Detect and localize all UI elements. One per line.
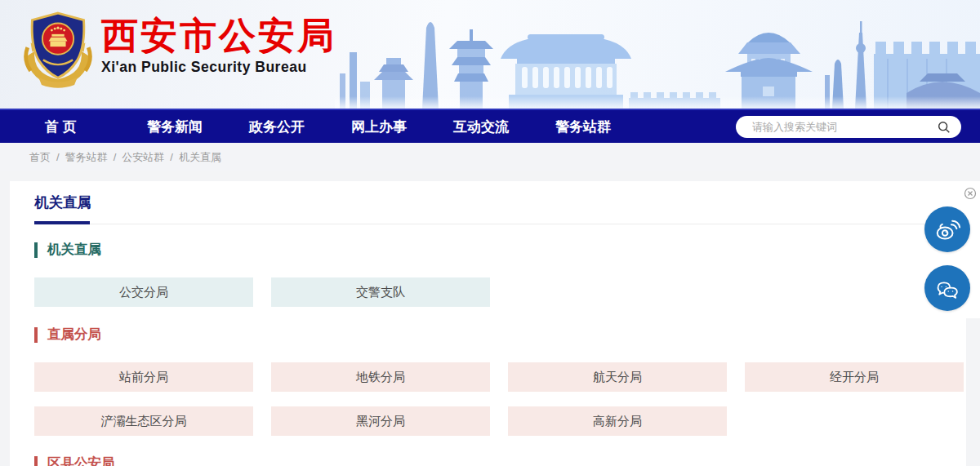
brand-block: 西安市公安局 Xi'an Public Security Bureau	[23, 7, 336, 91]
section-accent-bar	[34, 327, 38, 343]
section-grid: 站前分局地铁分局航天分局经开分局浐灞生态区分局黑河分局高新分局	[34, 362, 966, 436]
weibo-icon	[933, 215, 962, 244]
nav-item-1[interactable]: 警务新闻	[147, 118, 249, 136]
breadcrumb: 首页/警务站群/公安站群/机关直属	[0, 143, 980, 171]
section-title: 区县公安局	[47, 455, 115, 466]
wechat-share-button[interactable]	[924, 265, 970, 311]
main-nav-items: 首 页警务新闻政务公开网上办事互动交流警务站群	[45, 118, 657, 136]
section-0: 机关直属公交分局交警支队	[10, 241, 966, 307]
section-grid: 公交分局交警支队	[34, 277, 966, 307]
section-1: 直属分局站前分局地铁分局航天分局经开分局浐灞生态区分局黑河分局高新分局	[10, 326, 966, 436]
unit-link-1-5[interactable]: 黑河分局	[271, 406, 490, 436]
unit-link-1-1[interactable]: 地铁分局	[271, 362, 490, 392]
breadcrumb-separator: /	[114, 151, 117, 163]
section-accent-bar	[34, 456, 38, 466]
share-panel	[966, 181, 980, 318]
section-title: 直属分局	[47, 326, 101, 344]
unit-link-1-2[interactable]: 航天分局	[508, 362, 727, 392]
unit-link-1-6[interactable]: 高新分局	[508, 406, 727, 436]
section-header: 机关直属	[34, 241, 966, 259]
content-card: 机关直属 机关直属公交分局交警支队直属分局站前分局地铁分局航天分局经开分局浐灞生…	[10, 181, 966, 466]
brand-text: 西安市公安局 Xi'an Public Security Bureau	[101, 7, 336, 76]
nav-item-0[interactable]: 首 页	[45, 118, 147, 136]
unit-link-1-0[interactable]: 站前分局	[34, 362, 253, 392]
breadcrumb-separator: /	[170, 151, 173, 163]
nav-item-2[interactable]: 政务公开	[249, 118, 351, 136]
title-underline	[34, 221, 966, 224]
police-badge-logo	[23, 7, 93, 91]
unit-link-1-3[interactable]: 经开分局	[745, 362, 964, 392]
breadcrumb-item-1[interactable]: 警务站群	[65, 151, 108, 163]
unit-link-0-1[interactable]: 交警支队	[271, 277, 490, 307]
section-header: 区县公安局	[34, 455, 966, 466]
search-icon[interactable]	[937, 120, 951, 135]
site-subtitle: Xi'an Public Security Bureau	[101, 59, 336, 76]
section-title: 机关直属	[47, 241, 101, 259]
page-title: 机关直属	[34, 193, 966, 212]
breadcrumb-separator: /	[56, 151, 60, 163]
search-box[interactable]	[736, 116, 961, 138]
section-2: 区县公安局	[10, 455, 966, 466]
search-input[interactable]	[752, 121, 937, 133]
nav-item-4[interactable]: 互动交流	[453, 118, 555, 136]
nav-item-3[interactable]: 网上办事	[351, 118, 453, 136]
weibo-share-button[interactable]	[924, 206, 970, 252]
breadcrumb-item-0[interactable]: 首页	[29, 151, 51, 163]
title-active-bar	[34, 221, 90, 224]
sections-container: 机关直属公交分局交警支队直属分局站前分局地铁分局航天分局经开分局浐灞生态区分局黑…	[10, 241, 966, 466]
section-header: 直属分局	[34, 326, 966, 344]
breadcrumb-item-2[interactable]: 公安站群	[122, 151, 164, 163]
section-accent-bar	[34, 242, 38, 258]
wechat-icon	[933, 273, 962, 303]
city-skyline-illustration	[335, 2, 980, 109]
nav-item-5[interactable]: 警务站群	[555, 118, 657, 136]
site-header: 西安市公安局 Xi'an Public Security Bureau	[0, 0, 980, 109]
site-title: 西安市公安局	[101, 16, 336, 56]
close-icon[interactable]	[964, 187, 977, 200]
breadcrumb-item-3: 机关直属	[179, 151, 221, 163]
unit-link-1-4[interactable]: 浐灞生态区分局	[34, 406, 253, 436]
unit-link-0-0[interactable]: 公交分局	[34, 277, 253, 307]
main-nav: 首 页警务新闻政务公开网上办事互动交流警务站群	[0, 109, 980, 143]
page-root: 西安市公安局 Xi'an Public Security Bureau 首 页警…	[0, 0, 980, 466]
